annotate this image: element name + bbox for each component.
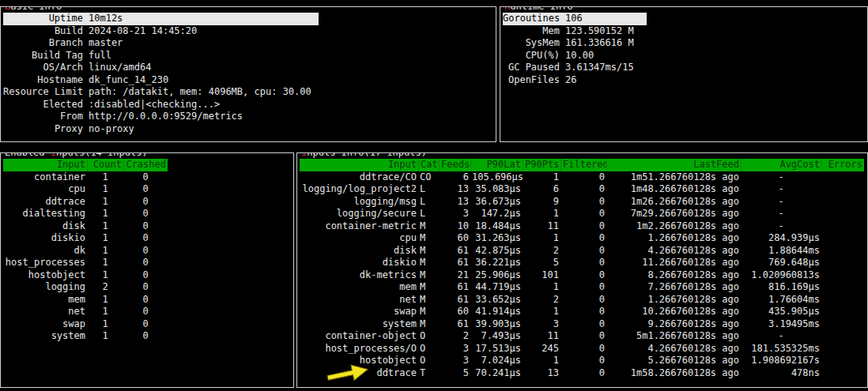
- info-row[interactable]: Resource Limitpath: /datakit, mem: 4096M…: [3, 86, 319, 99]
- table-cell: hostobject: [3, 269, 87, 282]
- table-cell: 1: [523, 232, 560, 245]
- table-cell: 33.652µs: [470, 294, 523, 306]
- table-row[interactable]: dialtesting10: [3, 208, 292, 220]
- table-cell: 1: [523, 281, 560, 294]
- table-cell: 0: [123, 196, 168, 209]
- table-cell: mem: [300, 281, 418, 294]
- table-row[interactable]: disk10: [3, 220, 292, 233]
- table-cell: M: [418, 220, 439, 233]
- info-row[interactable]: Branchmaster: [3, 37, 319, 50]
- table-row[interactable]: hostobject10: [3, 269, 292, 282]
- info-row[interactable]: Proxyno-proxy: [3, 123, 319, 136]
- table-row[interactable]: memM6144.719µs107.266760128s ago816.169µ…: [300, 281, 866, 294]
- info-row[interactable]: CPU(%)10.00: [503, 50, 647, 62]
- table-row[interactable]: dk-metricsM2125.906µs10108.266760128s ag…: [300, 269, 866, 282]
- table-row[interactable]: swapM6041.914µs1010.266760128s ago435.90…: [300, 306, 866, 318]
- table-row[interactable]: cpu10: [3, 183, 292, 196]
- panel-title-basic-info: Basic Info: [2, 6, 64, 13]
- info-row[interactable]: GC Paused3.61347ms/15: [503, 62, 647, 74]
- table-cell: -: [741, 183, 821, 196]
- table-row[interactable]: dk10: [3, 245, 292, 258]
- table-header-row: InputCatFeedsP90LatP90PtsFilteredLastFee…: [300, 159, 866, 171]
- info-row[interactable]: Build Tagfull: [3, 50, 319, 62]
- info-row[interactable]: Goroutines106: [503, 13, 647, 25]
- table-cell: -: [741, 220, 821, 233]
- info-row[interactable]: OpenFiles26: [503, 74, 647, 87]
- table-row[interactable]: logging/log_project2L1335.083µs601m48.26…: [300, 183, 866, 196]
- table-row[interactable]: container-metricM1018.484µs1101m2.266760…: [300, 220, 866, 233]
- info-row[interactable]: Build2024-08-21 14:45:20: [3, 25, 319, 38]
- table-row[interactable]: diskio10: [3, 232, 292, 245]
- table-row[interactable]: system10: [3, 330, 292, 343]
- table-cell: 2: [523, 245, 560, 258]
- table-row[interactable]: ddtrace10: [3, 196, 292, 209]
- table-cell: 5: [523, 257, 560, 269]
- table-cell: 1: [87, 220, 123, 233]
- table-row[interactable]: container10: [3, 171, 292, 184]
- table-row[interactable]: logging/msgL1336.673µs901m26.266760128s …: [300, 196, 866, 209]
- info-row[interactable]: Mem123.590152 M: [503, 25, 647, 38]
- table-cell: [821, 232, 864, 245]
- table-cell: logging: [3, 281, 87, 294]
- info-row[interactable]: Hostnamedk_func_14_230: [3, 74, 319, 87]
- table-row[interactable]: host_processes/OO317.513µs24504.26676012…: [300, 343, 866, 355]
- table-cell: 1: [87, 269, 123, 282]
- title-hotkey: I: [51, 152, 56, 158]
- table-cell: [821, 330, 864, 343]
- info-value: :disabled|<checking...>: [89, 99, 220, 110]
- table-cell: 1: [87, 183, 123, 196]
- table-row[interactable]: net10: [3, 306, 292, 318]
- table-cell: 13: [439, 196, 470, 209]
- table-cell: 1.020960813s: [741, 269, 821, 282]
- info-value: linux/amd64: [89, 62, 151, 73]
- info-row[interactable]: OS/Archlinux/amd64: [3, 62, 319, 74]
- table-row[interactable]: cpuM6031.263µs101.266760128s ago284.939µ…: [300, 232, 866, 245]
- table-cell: [821, 183, 864, 196]
- table-row[interactable]: diskioM6136.221µs5011.266760128s ago769.…: [300, 257, 866, 269]
- column-header: Input: [300, 159, 418, 171]
- info-row[interactable]: Uptime10m12s: [3, 13, 319, 25]
- column-header: Cat: [418, 159, 439, 171]
- table-cell: 1: [523, 306, 560, 318]
- table-row[interactable]: ddtraceT570.241µs1301m58.266760128s ago4…: [300, 367, 866, 380]
- table-row[interactable]: logging20: [3, 281, 292, 294]
- table-row[interactable]: swap10: [3, 318, 292, 331]
- table-cell: 61: [439, 318, 470, 331]
- table-cell: 1: [87, 171, 123, 184]
- table-cell: O: [418, 343, 439, 355]
- table-cell: 1: [87, 294, 123, 306]
- table-row[interactable]: mem10: [3, 294, 292, 306]
- info-label: Elected: [3, 99, 83, 111]
- table-cell: 61: [439, 281, 470, 294]
- table-cell: 1m48.266760128s ago: [606, 183, 741, 196]
- info-row[interactable]: Fromhttp://0.0.0.0:9529/metrics: [3, 111, 319, 123]
- table-cell: 3: [439, 208, 470, 220]
- info-row[interactable]: SysMem161.336616 M: [503, 37, 647, 50]
- table-row[interactable]: netM6133.652µs201.266760128s ago1.76604m…: [300, 294, 866, 306]
- table-cell: 245: [523, 343, 560, 355]
- table-cell: container-object: [300, 330, 418, 343]
- table-row[interactable]: hostobjectO37.024µs105.266760128s ago1.9…: [300, 355, 866, 367]
- table-row[interactable]: diskM6142.875µs204.266760128s ago1.88644…: [300, 245, 866, 258]
- table-cell: 2: [523, 294, 560, 306]
- table-cell: 39.903µs: [470, 318, 523, 331]
- table-cell: logging/secure: [300, 208, 418, 220]
- table-row[interactable]: ddtrace/COCO6105.696µs101m51.266760128s …: [300, 171, 866, 184]
- info-value: dk_func_14_230: [89, 74, 168, 85]
- table-cell: cpu: [3, 183, 87, 196]
- table-cell: 4.266760128s ago: [606, 343, 741, 355]
- table-row[interactable]: host_processes10: [3, 257, 292, 269]
- table-cell: 7.024µs: [470, 355, 523, 367]
- datakit-monitor-screen: Basic Info Uptime10m12sBuild2024-08-21 1…: [0, 0, 868, 391]
- table-cell: 1.76604ms: [741, 294, 821, 306]
- table-cell: M: [418, 269, 439, 282]
- table-cell: system: [3, 330, 87, 343]
- column-header: Input: [3, 159, 87, 171]
- table-cell: 0: [560, 355, 606, 367]
- table-row[interactable]: container-objectO27.493µs1105m1.26676012…: [300, 330, 866, 343]
- table-cell: ddtrace/CO: [300, 171, 418, 184]
- info-row[interactable]: Elected:disabled|<checking...>: [3, 99, 319, 111]
- table-cell: M: [418, 281, 439, 294]
- table-row[interactable]: logging/secureL3147.2µs107m29.266760128s…: [300, 208, 866, 220]
- table-row[interactable]: systemM6139.903µs309.266760128s ago3.194…: [300, 318, 866, 331]
